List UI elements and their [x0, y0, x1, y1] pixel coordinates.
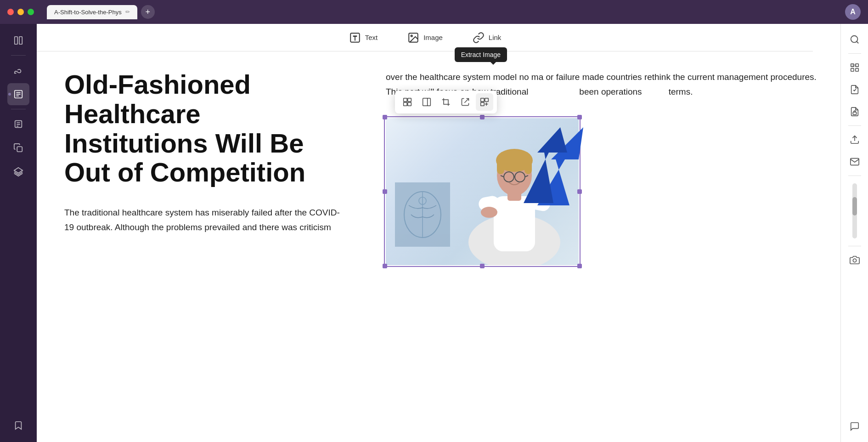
right-divider-2 [848, 125, 861, 126]
link-tool-icon [472, 31, 485, 44]
doctor-person-svg [450, 123, 579, 265]
image-tool-icon [407, 31, 420, 44]
document-content: Old-Fashioned Healthcare Institutions Wi… [37, 24, 840, 442]
svg-rect-37 [497, 160, 504, 174]
svg-rect-18 [408, 98, 411, 102]
svg-line-48 [857, 41, 858, 43]
svg-rect-20 [408, 102, 411, 106]
svg-rect-17 [404, 98, 407, 102]
scrollbar-thumb[interactable] [852, 197, 857, 215]
sidebar-icon-brush[interactable] [7, 59, 29, 81]
upload-button[interactable] [845, 130, 865, 150]
svg-rect-25 [481, 102, 485, 106]
text-tool-button[interactable]: Text [343, 28, 383, 47]
right-divider-1 [848, 53, 861, 54]
image-toolbar: Extract Image [395, 91, 497, 113]
svg-text:OCR: OCR [851, 64, 857, 67]
close-button[interactable] [7, 9, 14, 15]
scrollbar-track[interactable] [852, 183, 857, 238]
camera-button[interactable] [845, 250, 865, 270]
export-tool-button[interactable] [457, 93, 474, 111]
svg-rect-1 [19, 37, 22, 45]
traffic-lights [7, 9, 34, 15]
svg-rect-52 [855, 68, 858, 71]
doctor-image [386, 118, 579, 265]
svg-rect-10 [17, 147, 22, 152]
svg-point-56 [853, 259, 856, 262]
file-sync-button[interactable] [845, 79, 865, 100]
xray-panel [395, 182, 450, 247]
doc-left-column: Old-Fashioned Healthcare Institutions Wi… [37, 61, 367, 442]
sidebar-icon-edit[interactable] [7, 83, 29, 105]
tab-title: A-Shift-to-Solve-the-Phys [54, 9, 122, 16]
tooltip-text: Extract Image [461, 51, 501, 58]
file-lock-button[interactable] [845, 102, 865, 122]
extract-tool-button[interactable]: Extract Image [476, 93, 493, 111]
doc-right-column: over the healthcare system model no ma o… [367, 61, 840, 442]
text-tool-label: Text [365, 34, 378, 41]
tab-bar: A-Shift-to-Solve-the-Phys ✏ + [47, 5, 155, 19]
image-tool-label: Image [423, 34, 443, 41]
image-tool-button[interactable]: Image [401, 28, 448, 47]
document-body: The traditional healthcare system has mi… [64, 205, 349, 235]
minimize-button[interactable] [17, 9, 24, 15]
right-divider-4 [848, 246, 861, 246]
link-tool-label: Link [489, 34, 502, 41]
left-sidebar [0, 24, 37, 442]
svg-rect-54 [853, 112, 856, 115]
tab-edit-icon[interactable]: ✏ [125, 9, 130, 15]
svg-rect-24 [485, 98, 489, 102]
crop-tool-button[interactable] [437, 93, 455, 111]
document-title: Old-Fashioned Healthcare Institutions Wi… [64, 70, 349, 187]
add-tab-button[interactable]: + [141, 5, 155, 19]
document-tab[interactable]: A-Shift-to-Solve-the-Phys ✏ [47, 5, 137, 19]
svg-rect-38 [524, 160, 532, 174]
svg-point-47 [851, 36, 857, 43]
svg-rect-51 [851, 68, 853, 71]
right-sidebar: OCR [840, 24, 868, 442]
sidebar-divider-1 [11, 55, 26, 56]
sidebar-bottom [7, 414, 29, 436]
svg-point-16 [411, 35, 412, 36]
sidebar-icon-copy[interactable] [7, 137, 29, 159]
ocr-button[interactable]: OCR [845, 57, 865, 78]
fullscreen-button[interactable] [28, 9, 34, 15]
content-area: Text Image [37, 24, 840, 442]
sidebar-icon-layers[interactable] [7, 161, 29, 183]
chat-button[interactable] [845, 416, 865, 436]
main-area: Text Image [0, 24, 868, 442]
link-tool-button[interactable]: Link [467, 28, 507, 47]
extract-tooltip: Extract Image [455, 47, 507, 62]
user-avatar[interactable]: A [845, 4, 861, 20]
svg-rect-23 [481, 98, 485, 102]
title-bar: A-Shift-to-Solve-the-Phys ✏ + A [0, 0, 868, 24]
sidebar-icon-pages[interactable] [7, 113, 29, 135]
text-tool-icon [349, 31, 361, 44]
sidebar-divider-2 [11, 109, 26, 109]
toolbar: Text Image [37, 24, 813, 51]
right-divider-3 [848, 176, 861, 176]
sidebar-icon-book[interactable] [7, 29, 29, 51]
selected-image-container[interactable]: Extract Image [386, 118, 579, 265]
view-tool-button[interactable] [418, 93, 435, 111]
sidebar-icon-bookmark[interactable] [7, 414, 29, 436]
mail-button[interactable] [845, 152, 865, 172]
svg-line-22 [464, 98, 468, 102]
svg-rect-0 [15, 37, 17, 45]
svg-point-44 [481, 207, 497, 218]
svg-rect-31 [494, 196, 535, 251]
svg-rect-19 [404, 102, 407, 106]
frame-tool-button[interactable] [399, 93, 416, 111]
svg-rect-21 [423, 98, 431, 106]
active-indicator [8, 93, 11, 96]
search-icon-button[interactable] [845, 29, 865, 50]
